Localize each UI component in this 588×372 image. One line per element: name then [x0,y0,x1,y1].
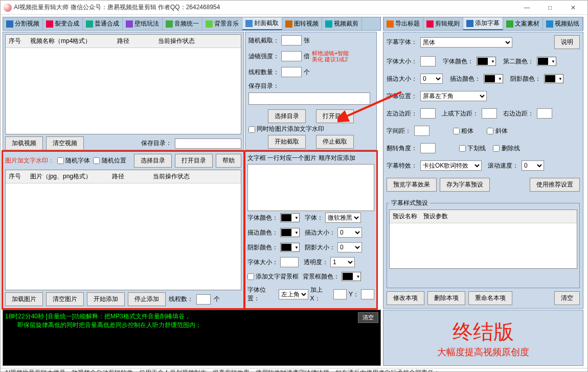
rmargin-input[interactable] [537,108,552,119]
bgcolor-picker[interactable]: ▼ [342,272,361,281]
add-textbg-check[interactable]: 添加文字背景框 [247,272,299,281]
minimize-button[interactable]: — [515,1,538,15]
threads-input[interactable] [196,294,211,305]
cover-opendir-button[interactable]: 打开目录 [316,109,354,123]
italic-check[interactable]: 斜体 [487,127,507,135]
strikeout-check[interactable]: 删除线 [493,144,519,153]
tabs-right: 导出标题 剪辑规则 添加字幕 文案素材 视频贴纸 [383,17,583,31]
sub-font-select[interactable]: 黑体 [420,37,512,48]
sub-size-input[interactable] [420,56,436,66]
stop-add-button[interactable]: 停止添加 [128,292,166,306]
sub-strokecolor-picker[interactable]: ▼ [484,74,503,83]
save-preset-button[interactable]: 存为字幕预设 [440,178,490,192]
start-capture-button[interactable]: 开始截取 [268,135,306,149]
bold-check[interactable]: 粗体 [453,127,473,135]
cover-choosedir-button[interactable]: 选择目录 [268,109,306,123]
shadow-color-picker[interactable]: ▼ [280,243,300,252]
font-size-input[interactable] [280,257,299,267]
tab-cover-capture[interactable]: 封面截取 [242,17,282,30]
tab-sticker[interactable]: 视频贴纸 [543,17,583,30]
use-rec-button[interactable]: 使用推荐设置 [530,178,580,192]
clear-video-button[interactable]: 清空视频 [46,136,84,150]
clear-preset-button[interactable]: 清空 [554,291,580,305]
addx-input[interactable] [333,289,347,299]
random-font-check[interactable]: 随机字体 [57,156,90,165]
tab-img-to-video[interactable]: 图转视频 [282,17,322,30]
brand-panel: 终结版 大幅度提高视频原创度 [383,310,583,366]
lmargin-input[interactable] [420,108,436,119]
tab-export-title[interactable]: 导出标题 [383,17,423,30]
sub-shadowcolor-picker[interactable]: ▼ [544,74,563,83]
addy-input[interactable] [361,289,374,299]
fx-select[interactable]: 卡拉OK歌词特效 [420,160,482,171]
cover-savedir-input[interactable] [248,92,370,105]
maximize-button[interactable]: □ [538,1,561,15]
app-icon [4,4,12,12]
rotate-input[interactable] [420,143,436,153]
tab-wallpaper[interactable]: 壁纸玩法 [123,17,163,30]
window-title: AI视频批量剪辑大师 微信公众号：唐易视频批量剪辑 作者QQ：264246895… [14,3,515,12]
font-color-picker[interactable]: ▼ [280,213,300,222]
stroke-color-picker[interactable]: ▼ [280,228,300,237]
thread-count-input[interactable] [281,67,302,77]
log-panel: 清空 18时22分40秒 [音量统一]功能解释：把MP3格式文件音量削峰填谷， … [3,310,381,366]
sub-color2-picker[interactable]: ▼ [537,57,556,66]
font-pos-select[interactable]: 左上角 [279,289,308,299]
underline-check[interactable]: 下划线 [459,144,486,153]
preset-grid[interactable]: 预设名称 预设参数 [389,210,577,269]
modify-button[interactable]: 修改本项 [387,291,424,305]
clear-image-button[interactable]: 清空图片 [46,292,84,306]
help-button[interactable]: 帮助 [216,154,241,168]
stroke-size-select[interactable]: 0 [337,227,362,238]
filter-strength-input[interactable] [281,51,302,61]
sub-pos-select[interactable]: 屏幕左下角 [420,91,487,101]
tab-audio-unify[interactable]: 音频统一 [163,17,202,30]
close-button[interactable]: ✕ [561,1,584,15]
tab-edit-rule[interactable]: 剪辑规则 [423,17,463,30]
image-grid[interactable]: 序号 图片（jpg、png格式） 路径 当前操作状态 [5,170,241,290]
video-grid[interactable]: 序号 视频名称（mp4格式） 路径 当前操作状态 [5,34,241,134]
scroll-speed-select[interactable]: 0 [522,160,544,171]
load-image-button[interactable]: 加载图片 [5,292,43,306]
spacing-input[interactable] [414,126,429,136]
open-dir-button[interactable]: 打开目录 [175,154,213,168]
watermark-text-input[interactable] [247,164,374,211]
log-clear-button[interactable]: 清空 [358,312,378,323]
choose-dir-button[interactable]: 选择目录 [134,154,172,168]
tab-add-subtitle[interactable]: 添加字幕 [463,17,503,30]
tabs-left: 分割视频 裂变合成 普通合成 壁纸玩法 音频统一 背景音乐 封面截取 图转视频 … [3,17,381,31]
sub-stroke-select[interactable]: 0 [420,74,443,84]
tab-bgm[interactable]: 背景音乐 [202,17,242,30]
delete-button[interactable]: 删除本项 [427,291,465,305]
explain-button[interactable]: 说明 [554,35,580,49]
font-select[interactable]: 微软雅黑 [325,213,361,223]
add-watermark-check[interactable]: 同时给图片添加文字水印 [248,125,373,133]
start-add-button[interactable]: 开始添加 [87,292,125,306]
footer: AI视频批量剪辑大师是一款视频全自动剪辑软件，仅用于个人原创视频制作、提高剪辑效… [1,368,587,372]
random-pos-check[interactable]: 随机位置 [93,156,126,165]
save-dir-input[interactable] [175,138,241,149]
rand-count-input[interactable] [281,35,302,45]
tab-fission[interactable]: 裂变合成 [43,17,83,30]
load-video-button[interactable]: 加载视频 [5,136,43,150]
preset-fieldset: 字幕样式预设 预设名称 预设参数 [387,199,580,288]
shadow-size-select[interactable]: 0 [337,242,362,252]
tab-video-crop[interactable]: 视频裁剪 [322,17,362,30]
tab-split-video[interactable]: 分割视频 [3,17,43,30]
titlebar: AI视频批量剪辑大师 微信公众号：唐易视频批量剪辑 作者QQ：264246895… [1,1,587,15]
rename-button[interactable]: 重命名本项 [468,291,512,305]
stop-capture-button[interactable]: 停止截取 [316,135,354,149]
tab-normal-compose[interactable]: 普通合成 [83,17,123,30]
tab-copywriting[interactable]: 文案素材 [503,17,543,30]
preview-sub-button[interactable]: 预览字幕效果 [387,178,437,192]
tbmargin-input[interactable] [482,108,497,119]
opacity-select[interactable]: 1 [330,257,355,267]
sub-fontcolor-picker[interactable]: ▼ [477,57,496,66]
